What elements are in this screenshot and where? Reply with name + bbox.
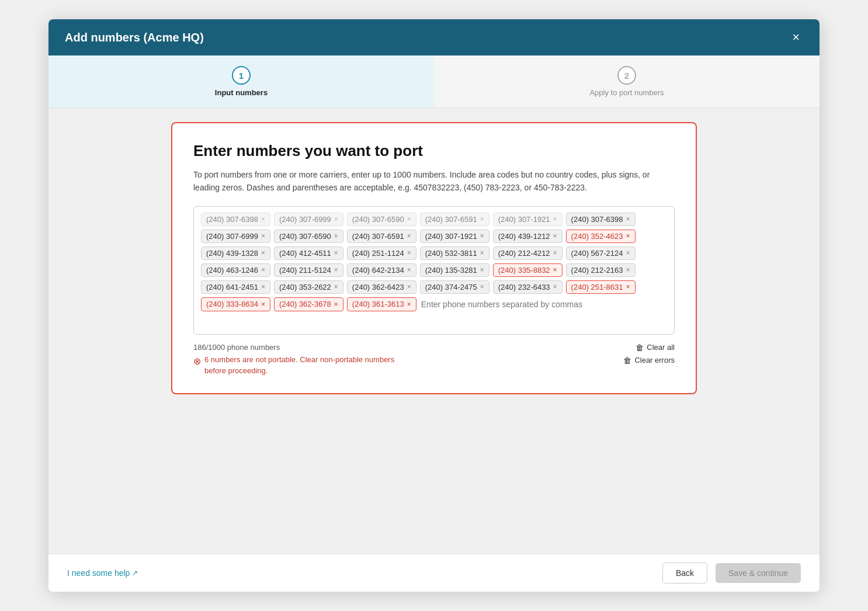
tag-remove-button[interactable]: × <box>553 216 557 223</box>
list-item: (240) 307-1921 × <box>493 213 563 226</box>
list-item: (240) 439-1212 × <box>493 230 563 243</box>
phone-numbers-input[interactable] <box>420 297 667 311</box>
clear-errors-button[interactable]: 🗑 Clear errors <box>623 356 675 365</box>
tag-remove-button[interactable]: × <box>626 266 630 273</box>
list-item: (240) 307-6590 × <box>274 230 343 243</box>
tag-remove-button[interactable]: × <box>553 283 557 290</box>
list-item: (240) 307-1921 × <box>420 230 489 243</box>
clear-all-button[interactable]: 🗑 Clear all <box>636 343 675 352</box>
tag-remove-button[interactable]: × <box>407 249 411 256</box>
modal-title: Add numbers (Acme HQ) <box>65 31 204 44</box>
tag-remove-button[interactable]: × <box>261 301 265 308</box>
step-1-circle: 1 <box>232 66 251 85</box>
close-button[interactable]: × <box>789 30 803 45</box>
tag-remove-button[interactable]: × <box>480 232 484 239</box>
error-icon: ⊗ <box>193 355 201 369</box>
footer-left: 186/1000 phone numbers ⊗ 6 numbers are n… <box>193 343 415 377</box>
tag-remove-button[interactable]: × <box>626 283 630 290</box>
step-1: 1 Input numbers <box>48 55 434 107</box>
step-1-label: Input numbers <box>215 88 268 97</box>
tag-remove-button[interactable]: × <box>407 301 411 308</box>
count-label: 186/1000 phone numbers <box>193 343 415 352</box>
tag-remove-button[interactable]: × <box>261 249 265 256</box>
list-item: (240) 361-3613 × <box>347 297 416 311</box>
tag-remove-button[interactable]: × <box>407 232 411 239</box>
list-item: (240) 642-2134 × <box>347 263 416 277</box>
tag-remove-button[interactable]: × <box>480 249 484 256</box>
tags-input-area[interactable]: (240) 307-6398 ×(240) 307-6999 ×(240) 30… <box>193 206 675 335</box>
tag-remove-button[interactable]: × <box>334 266 338 273</box>
tag-remove-button[interactable]: × <box>553 266 557 273</box>
external-link-icon: ↗ <box>132 569 138 577</box>
modal-body: Enter numbers you want to port To port n… <box>48 108 820 554</box>
footer-right: 🗑 Clear all 🗑 Clear errors <box>623 343 675 365</box>
tag-remove-button[interactable]: × <box>407 216 411 223</box>
tag-remove-button[interactable]: × <box>553 232 557 239</box>
list-item: (240) 335-8832 × <box>493 263 563 277</box>
error-message: ⊗ 6 numbers are not portable. Clear non-… <box>193 354 415 377</box>
step-2-circle: 2 <box>617 66 636 85</box>
list-item: (240) 352-4623 × <box>566 230 636 243</box>
tag-remove-button[interactable]: × <box>553 249 557 256</box>
form-description: To port numbers from one or more carrier… <box>193 168 675 195</box>
tag-remove-button[interactable]: × <box>480 283 484 290</box>
tag-remove-button[interactable]: × <box>626 249 630 256</box>
trash-icon-all: 🗑 <box>636 343 644 352</box>
list-item: (240) 232-6433 × <box>493 280 563 294</box>
tag-remove-button[interactable]: × <box>480 216 484 223</box>
list-item: (240) 135-3281 × <box>420 263 489 277</box>
step-2-label: Apply to port numbers <box>589 88 664 97</box>
trash-icon-errors: 🗑 <box>623 356 631 365</box>
stepper-bar: 1 Input numbers 2 Apply to port numbers <box>48 55 820 108</box>
tag-remove-button[interactable]: × <box>261 266 265 273</box>
form-footer: 186/1000 phone numbers ⊗ 6 numbers are n… <box>193 343 675 377</box>
list-item: (240) 211-5124 × <box>274 263 343 277</box>
tag-remove-button[interactable]: × <box>334 283 338 290</box>
tag-remove-button[interactable]: × <box>407 266 411 273</box>
tag-remove-button[interactable]: × <box>261 232 265 239</box>
list-item: (240) 333-8634 × <box>201 297 270 311</box>
list-item: (240) 641-2451 × <box>201 280 270 294</box>
list-item: (240) 362-6423 × <box>347 280 416 294</box>
tag-remove-button[interactable]: × <box>626 232 630 239</box>
modal-header: Add numbers (Acme HQ) × <box>48 19 820 55</box>
list-item: (240) 212-2163 × <box>566 263 636 277</box>
error-text: 6 numbers are not portable. Clear non-po… <box>204 354 415 377</box>
list-item: (240) 251-8631 × <box>566 280 636 294</box>
add-numbers-modal: Add numbers (Acme HQ) × 1 Input numbers … <box>48 19 820 592</box>
help-link[interactable]: I need some help ↗ <box>67 568 138 578</box>
save-continue-button[interactable]: Save & continue <box>716 563 801 583</box>
tag-remove-button[interactable]: × <box>334 301 338 308</box>
tag-remove-button[interactable]: × <box>261 216 265 223</box>
list-item: (240) 307-6590 × <box>347 213 416 226</box>
list-item: (240) 307-6999 × <box>274 213 343 226</box>
list-item: (240) 353-2622 × <box>274 280 343 294</box>
list-item: (240) 412-4511 × <box>274 247 343 260</box>
list-item: (240) 307-6398 × <box>201 213 270 226</box>
list-item: (240) 362-3678 × <box>274 297 343 311</box>
form-card: Enter numbers you want to port To port n… <box>171 122 697 394</box>
list-item: (240) 307-6591 × <box>347 230 416 243</box>
modal-footer: I need some help ↗ Back Save & continue <box>48 554 820 592</box>
tag-remove-button[interactable]: × <box>334 249 338 256</box>
list-item: (240) 251-1124 × <box>347 247 416 260</box>
list-item: (240) 532-3811 × <box>420 247 489 260</box>
tag-remove-button[interactable]: × <box>261 283 265 290</box>
list-item: (240) 463-1246 × <box>201 263 270 277</box>
list-item: (240) 307-6999 × <box>201 230 270 243</box>
list-item: (240) 374-2475 × <box>420 280 489 294</box>
tag-remove-button[interactable]: × <box>334 216 338 223</box>
step-2: 2 Apply to port numbers <box>434 55 820 107</box>
list-item: (240) 567-2124 × <box>566 247 636 260</box>
tag-remove-button[interactable]: × <box>334 232 338 239</box>
list-item: (240) 439-1328 × <box>201 247 270 260</box>
form-title: Enter numbers you want to port <box>193 142 675 160</box>
tag-remove-button[interactable]: × <box>480 266 484 273</box>
tag-remove-button[interactable]: × <box>626 216 630 223</box>
back-button[interactable]: Back <box>662 563 707 584</box>
tag-remove-button[interactable]: × <box>407 283 411 290</box>
list-item: (240) 307-6591 × <box>420 213 489 226</box>
list-item: (240) 212-4212 × <box>493 247 563 260</box>
list-item: (240) 307-6398 × <box>566 213 636 226</box>
